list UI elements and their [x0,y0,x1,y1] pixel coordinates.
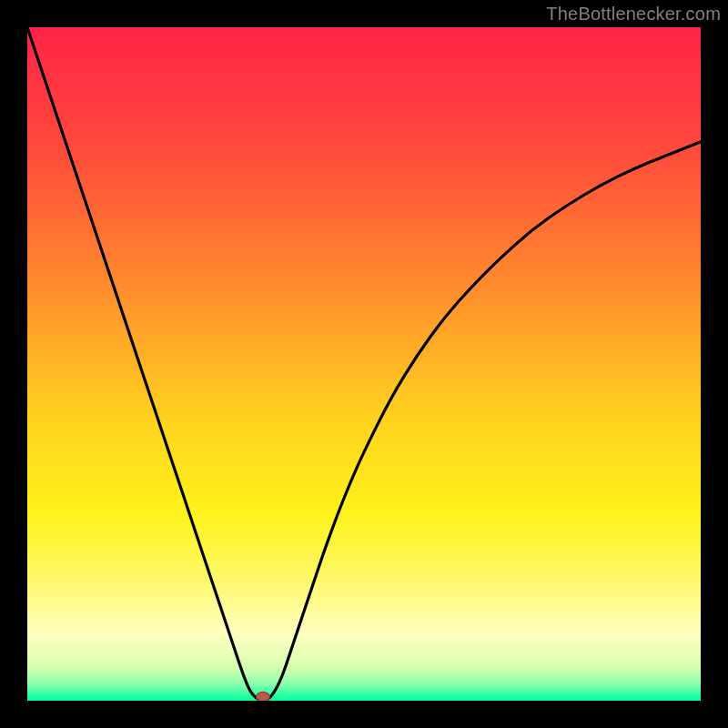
bottleneck-curve [27,27,701,701]
watermark-text: TheBottlenecker.com [546,4,721,25]
chart-frame: TheBottlenecker.com [0,0,728,728]
plot-area [27,27,701,701]
